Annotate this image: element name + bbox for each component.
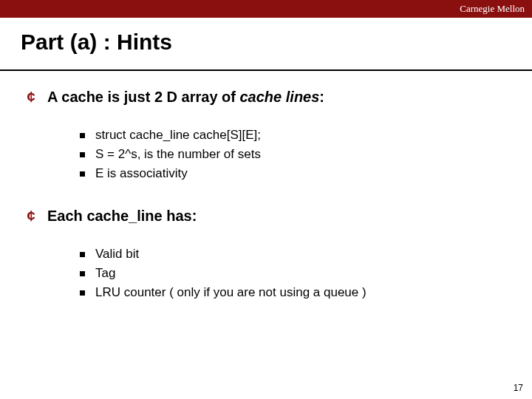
section-heading: A cache is just 2 D array of cache lines… (47, 89, 324, 106)
square-bullet-icon (80, 252, 85, 257)
circle-bullet-icon: ¢ (27, 208, 35, 225)
list-item: E is associativity (80, 166, 505, 181)
page-number: 17 (514, 383, 523, 393)
list-item: LRU counter ( only if you are not using … (80, 285, 505, 300)
item-text: Valid bit (95, 247, 139, 262)
square-bullet-icon (80, 290, 85, 296)
section-1: ¢ Each cache_line has: (27, 208, 505, 225)
list-item: struct cache_line cache[S][E]; (80, 128, 505, 143)
square-bullet-icon (80, 133, 85, 138)
header-org: Carnegie Mellon (460, 3, 525, 15)
circle-bullet-icon: ¢ (27, 89, 35, 106)
list-item: Tag (80, 266, 505, 281)
square-bullet-icon (80, 271, 85, 276)
item-text: S = 2^s, is the number of sets (95, 147, 261, 162)
slide-content: ¢ A cache is just 2 D array of cache lin… (0, 71, 532, 300)
section-0: ¢ A cache is just 2 D array of cache lin… (27, 89, 505, 106)
list-item: Valid bit (80, 247, 505, 262)
item-text: Tag (95, 266, 115, 281)
square-bullet-icon (80, 152, 85, 157)
item-text: LRU counter ( only if you are not using … (95, 285, 366, 300)
section-0-items: struct cache_line cache[S][E]; S = 2^s, … (27, 128, 505, 181)
list-item: S = 2^s, is the number of sets (80, 147, 505, 162)
section-1-items: Valid bit Tag LRU counter ( only if you … (27, 247, 505, 300)
section-heading: Each cache_line has: (47, 208, 197, 225)
header-bar: Carnegie Mellon (0, 0, 532, 18)
item-text: struct cache_line cache[S][E]; (95, 128, 261, 143)
square-bullet-icon (80, 171, 85, 177)
item-text: E is associativity (95, 166, 188, 181)
slide-title: Part (a) : Hints (0, 18, 532, 71)
